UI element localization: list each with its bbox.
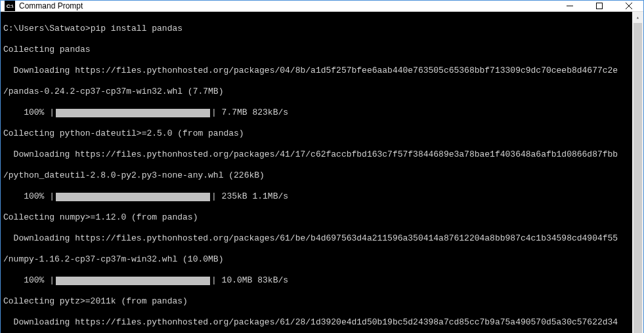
output-line: Collecting pytz>=2011k (from pandas) bbox=[3, 296, 630, 307]
output-line: Downloading https://files.pythonhosted.o… bbox=[3, 233, 630, 244]
output-line: Collecting numpy>=1.12.0 (from pandas) bbox=[3, 212, 630, 223]
progress-stats: | 7.7MB 823kB/s bbox=[211, 108, 288, 118]
progress-stats: | 235kB 1.1MB/s bbox=[211, 191, 288, 202]
progress-percent: 100% | bbox=[3, 108, 54, 118]
progress-bar bbox=[56, 109, 210, 117]
maximize-button[interactable] bbox=[584, 1, 614, 11]
window-controls bbox=[555, 1, 643, 11]
scrollbar-track[interactable] bbox=[632, 23, 643, 333]
command-text: pip install pandas bbox=[91, 24, 182, 33]
cmd-icon: C:\ bbox=[5, 1, 15, 11]
progress-numpy: 100% || 10.0MB 83kB/s bbox=[3, 275, 630, 286]
progress-dateutil: 100% || 235kB 1.1MB/s bbox=[3, 191, 630, 202]
minimize-icon bbox=[567, 3, 573, 9]
close-button[interactable] bbox=[614, 1, 643, 11]
minimize-button[interactable] bbox=[555, 1, 584, 11]
progress-bar bbox=[56, 277, 210, 285]
scrollbar-thumb[interactable] bbox=[633, 23, 642, 333]
output-line: Downloading https://files.pythonhosted.o… bbox=[3, 149, 630, 160]
progress-percent: 100% | bbox=[3, 191, 54, 202]
terminal-area: C:\Users\Satwato>pip install pandas Coll… bbox=[1, 12, 643, 333]
window-title: Command Prompt bbox=[19, 1, 83, 10]
maximize-icon bbox=[596, 3, 603, 9]
output-line: /numpy-1.16.2-cp37-cp37m-win32.whl (10.0… bbox=[3, 254, 630, 265]
progress-pandas: 100% || 7.7MB 823kB/s bbox=[3, 108, 630, 118]
command-prompt-window: C:\ Command Prompt C:\Users\Satwato>pip … bbox=[0, 0, 644, 333]
progress-bar bbox=[56, 193, 210, 201]
progress-stats: | 10.0MB 83kB/s bbox=[211, 275, 288, 286]
scroll-up-button[interactable]: ▴ bbox=[632, 12, 643, 23]
terminal-output[interactable]: C:\Users\Satwato>pip install pandas Coll… bbox=[1, 12, 632, 333]
titlebar[interactable]: C:\ Command Prompt bbox=[1, 1, 643, 12]
output-line: Downloading https://files.pythonhosted.o… bbox=[3, 317, 630, 328]
prompt-path: C:\Users\Satwato> bbox=[3, 24, 91, 33]
output-line: /pandas-0.24.2-cp37-cp37m-win32.whl (7.7… bbox=[3, 87, 630, 97]
vertical-scrollbar[interactable]: ▴ ▾ bbox=[632, 12, 643, 333]
chevron-up-icon: ▴ bbox=[636, 14, 639, 20]
output-line: Downloading https://files.pythonhosted.o… bbox=[3, 66, 630, 76]
output-line: /python_dateutil-2.8.0-py2.py3-none-any.… bbox=[3, 170, 630, 181]
prompt-line: C:\Users\Satwato>pip install pandas bbox=[3, 24, 630, 34]
close-icon bbox=[626, 3, 632, 9]
svg-rect-1 bbox=[596, 3, 602, 9]
output-line: Collecting pandas bbox=[3, 45, 630, 55]
output-line: Collecting python-dateutil>=2.5.0 (from … bbox=[3, 128, 630, 139]
progress-percent: 100% | bbox=[3, 275, 54, 286]
